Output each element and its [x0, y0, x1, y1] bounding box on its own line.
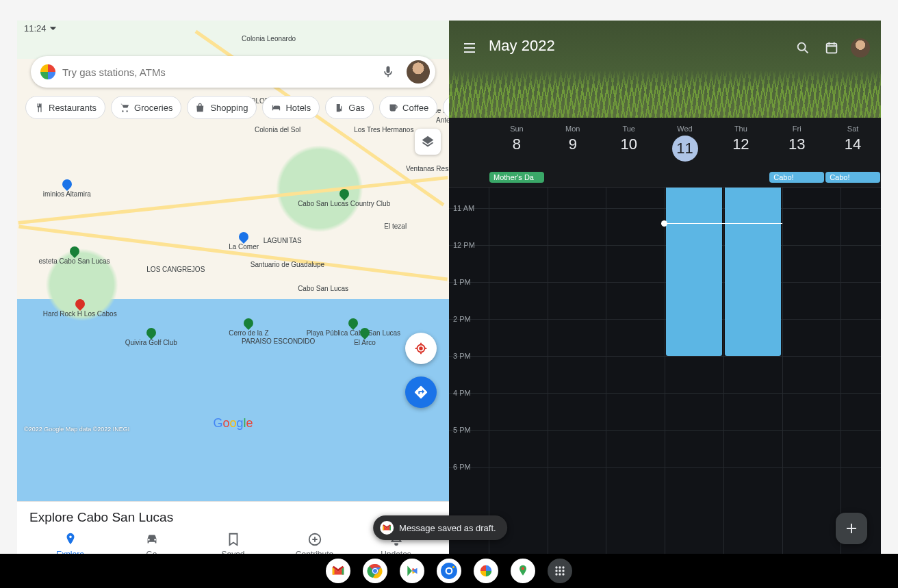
chip-label: Restaurants	[49, 103, 97, 113]
chip-gas[interactable]: Gas	[325, 96, 374, 119]
map-canvas[interactable]: Colonia LeonardoColonia del SolLos Tres …	[17, 21, 449, 501]
calendar-app: ⇅ ▮ May 2022 Sun8Mon9Tue10Wed11Thu12Fri1…	[449, 21, 881, 567]
mic-icon[interactable]	[376, 60, 400, 84]
poi-label[interactable]: Cabo San Lucas Country Club	[298, 189, 390, 207]
day-header[interactable]: Sat14	[825, 118, 881, 171]
allday-cell[interactable]: Cabo!	[825, 171, 881, 187]
status-time: 11:24 ⏷	[24, 23, 57, 34]
poi-pin-icon	[144, 326, 158, 340]
calendar-grid[interactable]: 11 AM12 PM1 PM2 PM3 PM4 PM5 PM6 PM	[449, 188, 881, 567]
month-label[interactable]: May 2022	[489, 37, 555, 55]
chip-label: Coffee	[402, 103, 428, 113]
date-number: 9	[545, 136, 601, 153]
week-header: Sun8Mon9Tue10Wed11Thu12Fri13Sat14	[449, 118, 881, 171]
chip-coffee[interactable]: Coffee	[379, 96, 437, 119]
search-icon[interactable]	[793, 38, 812, 57]
hour-label: 4 PM	[453, 389, 471, 397]
my-location-button[interactable]	[405, 333, 437, 364]
day-header[interactable]: Mon9	[545, 118, 601, 171]
taskbar-photos-icon[interactable]	[474, 559, 498, 583]
toast-message: Message saved as draft.	[373, 515, 507, 540]
dow-label: Sun	[489, 125, 545, 133]
day-header[interactable]: Wed11	[657, 118, 713, 171]
hour-label: 2 PM	[453, 315, 471, 323]
chip-groceries[interactable]: Groceries	[111, 96, 181, 119]
day-header[interactable]: Thu12	[713, 118, 769, 171]
taskbar-gmail-icon[interactable]	[326, 559, 350, 583]
hour-label: 1 PM	[453, 278, 471, 286]
today-icon[interactable]	[822, 38, 841, 57]
svg-point-19	[555, 573, 557, 575]
poi-label[interactable]: El tezal	[384, 222, 407, 230]
google-watermark: Google	[213, 416, 253, 431]
poi-label[interactable]: Ventanas Residencial	[406, 165, 449, 172]
poi-label[interactable]: Santuario de Guadalupe	[251, 261, 324, 268]
taskbar-apps-icon[interactable]	[548, 559, 572, 583]
layers-button[interactable]	[415, 129, 441, 155]
poi-label[interactable]: La Comer	[229, 232, 259, 251]
poi-label[interactable]: Hard Rock H Los Cabos	[43, 299, 117, 318]
chip-label: Shopping	[210, 103, 248, 113]
calendar-event[interactable]	[725, 188, 781, 356]
now-indicator	[665, 223, 782, 224]
allday-cell[interactable]	[545, 171, 601, 187]
svg-point-10	[447, 569, 452, 574]
profile-avatar[interactable]	[851, 38, 870, 57]
dow-label: Wed	[657, 125, 713, 133]
menu-icon[interactable]	[460, 38, 479, 57]
chip-hotels[interactable]: Hotels	[262, 96, 320, 119]
toast-text: Message saved as draft.	[399, 523, 496, 533]
poi-label[interactable]: Los Tres Hermanos	[354, 126, 413, 133]
search-bar[interactable]	[31, 56, 435, 88]
poi-label[interactable]: Cabo San Lucas	[298, 285, 348, 292]
poi-label[interactable]: PARAISO ESCONDIDO	[242, 337, 315, 345]
chip-restaurants[interactable]: Restaurants	[25, 96, 105, 119]
chip-label: Hotels	[285, 103, 311, 113]
allday-event[interactable]: Cabo!	[825, 172, 880, 183]
taskbar-chrome-icon[interactable]	[363, 559, 387, 583]
calendar-event[interactable]	[666, 188, 722, 356]
allday-event[interactable]: Mother's Da	[489, 172, 544, 183]
profile-avatar[interactable]	[407, 60, 430, 84]
allday-cell[interactable]: Cabo!	[769, 171, 825, 187]
poi-pin-icon	[337, 187, 351, 201]
day-header[interactable]: Tue10	[601, 118, 657, 171]
allday-cell[interactable]	[713, 171, 769, 187]
poi-label[interactable]: Colonia del Sol	[255, 126, 300, 133]
search-input[interactable]	[62, 66, 370, 78]
poi-label[interactable]: iminios Altamira	[43, 179, 91, 198]
svg-point-20	[559, 573, 561, 575]
chip-pha[interactable]: Pha	[443, 96, 449, 119]
day-header[interactable]: Sun8	[489, 118, 545, 171]
dow-label: Tue	[601, 125, 657, 133]
poi-label[interactable]: LAGUNITAS	[264, 237, 302, 244]
category-chips: RestaurantsGroceriesShoppingHotelsGasCof…	[23, 96, 449, 119]
allday-cell[interactable]	[601, 171, 657, 187]
allday-cell[interactable]	[657, 171, 713, 187]
allday-event[interactable]: Cabo!	[769, 172, 824, 183]
poi-pin-icon	[73, 297, 87, 311]
taskbar-play-icon[interactable]	[400, 559, 424, 583]
poi-label[interactable]: LOS CANGREJOS	[146, 266, 205, 273]
taskbar-maps-icon[interactable]	[511, 559, 535, 583]
chip-shopping[interactable]: Shopping	[187, 96, 257, 119]
poi-label[interactable]: Quivira Golf Club	[125, 328, 177, 346]
svg-point-13	[555, 566, 557, 568]
chip-label: Groceries	[134, 103, 172, 113]
poi-label[interactable]: Cerro de la Z	[229, 318, 268, 337]
gmail-icon	[380, 521, 394, 535]
directions-button[interactable]	[405, 376, 437, 408]
svg-point-12	[522, 567, 524, 570]
day-header[interactable]: Fri13	[769, 118, 825, 171]
date-number: 12	[713, 136, 769, 153]
svg-point-7	[373, 569, 377, 573]
poi-label[interactable]: esteta Cabo San Lucas	[39, 246, 110, 265]
add-event-button[interactable]	[836, 513, 867, 544]
taskbar-camera-icon[interactable]	[437, 559, 461, 583]
poi-label[interactable]: El Arco	[354, 328, 376, 346]
poi-label[interactable]: Colonia Leonardo	[242, 35, 296, 42]
hour-label: 11 AM	[453, 204, 474, 212]
allday-cell[interactable]: Mother's Da	[489, 171, 545, 187]
google-maps-logo-icon	[40, 64, 55, 79]
taskbar	[0, 554, 898, 588]
